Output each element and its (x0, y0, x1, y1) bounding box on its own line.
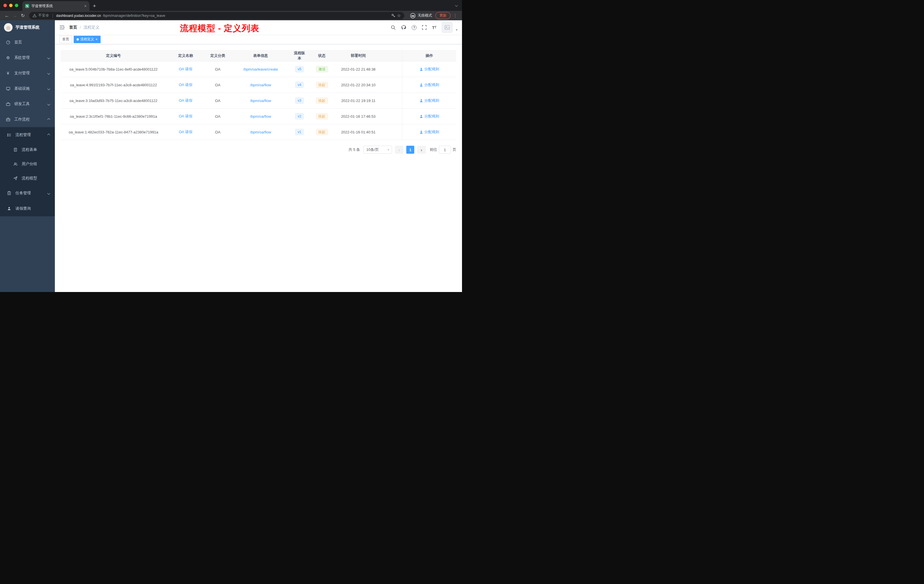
form-link[interactable]: /bpm/oa/flow (250, 99, 271, 103)
sidebar-item-process-model[interactable]: 流程模型 (0, 171, 55, 185)
column-header-version: 流程版本 (290, 50, 308, 61)
sidebar-item-label: 研发工具 (14, 101, 44, 107)
cell-filler (381, 61, 402, 77)
caret-down-icon: ▾ (388, 148, 389, 152)
security-label[interactable]: 不安全 (38, 13, 49, 18)
incognito-badge: 无痕模式 (410, 13, 432, 18)
tab-search-icon[interactable] (455, 2, 457, 7)
page-number-1[interactable]: 1 (406, 146, 414, 154)
sidebar-item-process-form[interactable]: 流程表单 (0, 143, 55, 157)
sidebar-item-leave-query[interactable]: 请假查询 (0, 201, 55, 216)
table-row: oa_leave:2:3c1f0ef1-76b1-11ec-9c66-a2380… (61, 109, 456, 124)
avatar[interactable] (442, 22, 452, 33)
sidebar-item-label: 请假查询 (15, 206, 50, 211)
sidebar-item-infrastructure[interactable]: 基础设施 (0, 81, 55, 96)
sidebar-item-devtools[interactable]: 研发工具 (0, 96, 55, 112)
status-tag: 挂起 (316, 82, 328, 88)
browser-tab[interactable]: 芋道管理系统 × (22, 1, 89, 11)
browser-update-button[interactable]: 更新 (436, 12, 450, 19)
definition-name-link[interactable]: OA 请假 (179, 129, 193, 135)
sidebar-item-system[interactable]: ⚙ 系统管理 (0, 50, 55, 66)
sidebar-item-workflow[interactable]: 工作流程 (0, 112, 55, 127)
browser-menu-icon[interactable]: ⋮ (453, 13, 457, 18)
sidebar-item-label: 系统管理 (14, 55, 44, 60)
assign-rule-button[interactable]: 分配规则 (419, 66, 439, 72)
assign-rule-label: 分配规则 (424, 114, 439, 119)
next-page-button[interactable]: › (417, 146, 426, 154)
assign-rule-button[interactable]: 分配规则 (419, 114, 439, 119)
sidebar-item-home[interactable]: 首页 (0, 35, 55, 50)
question-icon[interactable]: ? (412, 25, 417, 30)
column-header-time: 部署时间 (335, 50, 381, 61)
sidebar: 芋道管理系统 首页 ⚙ 系统管理 ¥ 支付管理 (0, 20, 55, 292)
minimize-window-button[interactable] (9, 4, 13, 7)
goto-page-input[interactable] (439, 146, 451, 154)
hamburger-icon[interactable] (59, 25, 64, 30)
person-icon (419, 99, 423, 102)
sidebar-item-task-management[interactable]: 任务管理 (0, 185, 55, 201)
user-icon (7, 206, 12, 211)
new-tab-button[interactable]: + (93, 3, 96, 9)
url-path: /bpm/manager/definition?key=oa_leave (103, 14, 165, 18)
fullscreen-icon[interactable] (422, 25, 427, 30)
chevron-down-icon (48, 56, 50, 59)
chevron-up-icon (48, 118, 50, 121)
page-size-select[interactable]: 10条/页 ▾ (363, 146, 392, 154)
definition-name-link[interactable]: OA 请假 (179, 82, 193, 87)
table-header-row: 定义编号 定义名称 定义分类 表单信息 流程版本 状态 部署时间 操作 (61, 50, 456, 61)
assign-rule-button[interactable]: 分配规则 (419, 129, 439, 135)
sidebar-item-label: 支付管理 (14, 71, 44, 76)
column-header-status: 状态 (308, 50, 335, 61)
status-tag: 激活 (316, 66, 328, 72)
tab-title: 芋道管理系统 (31, 4, 82, 8)
address-bar[interactable]: 不安全 dashboard.yudao.iocoder.cn/bpm/manag… (29, 12, 404, 20)
cell-category: OA (205, 61, 231, 77)
monitor-icon (6, 87, 10, 91)
breadcrumb-home[interactable]: 首页 (69, 25, 77, 30)
github-icon[interactable] (401, 25, 406, 30)
definition-name-link[interactable]: OA 请假 (179, 98, 193, 103)
cell-category: OA (205, 77, 231, 92)
sidebar-item-user-group[interactable]: 用户分组 (0, 157, 55, 171)
warning-triangle-icon (33, 14, 36, 17)
bookmark-star-icon[interactable]: ☆ (397, 13, 401, 18)
definition-name-link[interactable]: OA 请假 (179, 114, 193, 119)
breadcrumb-current: 流程定义 (83, 25, 99, 30)
sidebar-item-label: 首页 (14, 40, 50, 45)
key-icon[interactable] (391, 13, 396, 18)
caret-down-icon[interactable]: ▾ (456, 28, 457, 33)
table-row: oa_leave:1:482ec033-762a-11ec-8477-a2380… (61, 124, 456, 140)
sidebar-logo[interactable]: 芋道管理系统 (0, 20, 55, 35)
form-link[interactable]: /bpm/oa/flow (250, 114, 271, 119)
prev-page-button[interactable]: ‹ (395, 146, 403, 154)
incognito-label: 无痕模式 (418, 13, 432, 18)
search-icon[interactable] (391, 25, 396, 30)
form-link[interactable]: /bpm/oa/flow (250, 130, 271, 134)
column-header-form: 表单信息 (231, 50, 290, 61)
tab-close-icon[interactable]: × (84, 4, 87, 8)
reload-button[interactable]: ↻ (19, 13, 27, 18)
omnibox-divider (53, 14, 53, 18)
tag-close-icon[interactable]: × (96, 38, 98, 41)
send-icon (13, 176, 18, 180)
tag-label: 流程定义 (80, 37, 94, 42)
definition-name-link[interactable]: OA 请假 (179, 66, 193, 72)
close-window-button[interactable] (3, 4, 7, 7)
assign-rule-button[interactable]: 分配规则 (419, 82, 439, 87)
gear-icon: ⚙ (6, 55, 10, 60)
assign-rule-button[interactable]: 分配规则 (419, 98, 439, 103)
app-window: 芋道管理系统 首页 ⚙ 系统管理 ¥ 支付管理 (0, 20, 462, 292)
sidebar-item-process-management[interactable]: 流程管理 (0, 127, 55, 143)
forward-button[interactable]: → (11, 13, 19, 18)
column-filler (381, 50, 402, 61)
fontsize-icon[interactable]: TT (432, 25, 436, 30)
sidebar-item-payment[interactable]: ¥ 支付管理 (0, 66, 55, 81)
chevron-down-icon (48, 87, 50, 90)
form-link[interactable]: /bpm/oa/leave/create (243, 67, 278, 71)
back-button[interactable]: ← (3, 13, 11, 18)
form-link[interactable]: /bpm/oa/flow (250, 83, 271, 87)
tag-home[interactable]: 首页 (59, 36, 72, 43)
assign-rule-label: 分配规则 (424, 82, 439, 87)
tag-process-definition[interactable]: 流程定义 × (74, 36, 101, 43)
zoom-window-button[interactable] (15, 4, 18, 7)
